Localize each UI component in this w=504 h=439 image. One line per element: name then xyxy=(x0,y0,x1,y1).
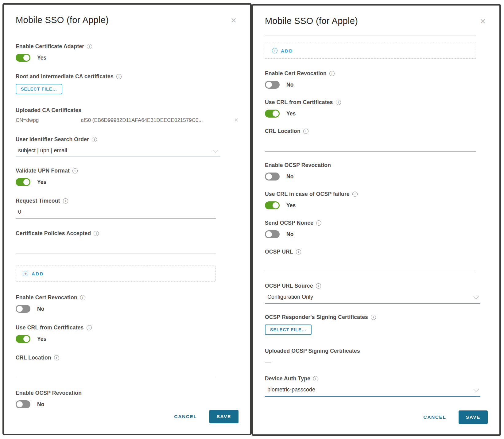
field-enable-ocsp-revocation: Enable OCSP Revocation No xyxy=(16,390,238,408)
certificate-policies-input[interactable] xyxy=(16,241,216,254)
dialog-header: Mobile SSO (for Apple) ✕ xyxy=(16,15,238,25)
field-root-ca-certificates: Root and intermediate CA certificates SE… xyxy=(16,73,238,94)
field-label: Uploaded OCSP Signing Certificates xyxy=(265,348,360,354)
select-file-button[interactable]: SELECT FILE... xyxy=(265,324,312,335)
use-crl-ocsp-failure-toggle[interactable] xyxy=(265,201,280,209)
ocsp-url-input[interactable] xyxy=(265,259,476,272)
dialog-mobile-sso-left: Mobile SSO (for Apple) ✕ Enable Certific… xyxy=(2,3,252,435)
dialog-footer: CANCEL SAVE xyxy=(16,410,238,425)
close-icon[interactable]: ✕ xyxy=(229,16,238,25)
validate-upn-format-toggle[interactable] xyxy=(16,178,30,186)
field-device-auth-type: Device Auth Type biometric-passcode xyxy=(265,375,488,397)
field-label: CRL Location xyxy=(16,355,51,361)
info-icon xyxy=(63,198,68,204)
add-certificate-policy-button[interactable]: ADD xyxy=(265,43,476,59)
info-icon xyxy=(54,355,59,360)
remove-certificate-icon[interactable]: ✕ xyxy=(234,117,238,123)
field-ocsp-url: OCSP URL xyxy=(265,249,488,272)
cancel-button[interactable]: CANCEL xyxy=(421,414,448,420)
field-label: Enable Cert Revocation xyxy=(16,294,77,301)
certificate-policies-input[interactable] xyxy=(265,36,476,36)
plus-circle-icon xyxy=(23,271,28,276)
enable-cert-revocation-toggle[interactable] xyxy=(16,305,30,313)
field-enable-cert-revocation: Enable Cert Revocation No xyxy=(16,294,238,313)
enable-certificate-adapter-toggle[interactable] xyxy=(16,54,30,62)
chevron-down-icon xyxy=(474,294,479,299)
toggle-state-label: No xyxy=(37,306,44,312)
field-use-crl-ocsp-failure: Use CRL in case of OCSP failure Yes xyxy=(265,191,488,209)
field-enable-cert-revocation: Enable Cert Revocation No xyxy=(265,70,488,89)
field-ocsp-url-source: OCSP URL Source Configuration Only xyxy=(265,283,488,304)
field-label: Use CRL from Certificates xyxy=(16,324,84,331)
toggle-state-label: Yes xyxy=(37,336,46,342)
field-label: OCSP URL Source xyxy=(265,283,313,289)
save-button[interactable]: SAVE xyxy=(459,410,488,424)
select-value: Configuration Only xyxy=(267,294,313,300)
field-label: OCSP URL xyxy=(265,249,293,255)
info-icon xyxy=(296,249,301,254)
info-icon xyxy=(371,315,376,320)
send-ocsp-nonce-toggle[interactable] xyxy=(265,230,280,238)
field-label: Device Auth Type xyxy=(265,375,310,382)
toggle-state-label: Yes xyxy=(286,111,296,117)
select-value: subject | upn | email xyxy=(18,147,67,154)
field-label: CRL Location xyxy=(265,128,300,134)
use-crl-from-certificates-toggle[interactable] xyxy=(16,335,30,343)
field-label: Enable OCSP Revocation xyxy=(16,390,82,396)
enable-ocsp-revocation-toggle[interactable] xyxy=(265,173,280,181)
info-icon xyxy=(87,325,92,330)
chevron-down-icon xyxy=(213,147,219,153)
field-request-timeout: Request Timeout xyxy=(16,198,238,219)
field-use-crl-from-certificates: Use CRL from Certificates Yes xyxy=(16,324,238,343)
user-identifier-search-order-select[interactable]: subject | upn | email xyxy=(16,147,220,157)
field-validate-upn-format: Validate UPN Format Yes xyxy=(16,168,238,186)
field-label: Certificate Policies Accepted xyxy=(16,230,91,237)
plus-circle-icon xyxy=(272,48,277,53)
enable-cert-revocation-toggle[interactable] xyxy=(265,81,280,89)
add-certificate-policy-button[interactable]: ADD xyxy=(16,266,216,282)
field-enable-certificate-adapter: Enable Certificate Adapter Yes xyxy=(16,43,238,62)
dialog-footer: CANCEL SAVE xyxy=(265,410,488,426)
field-user-identifier-search-order: User Identifier Search Order subject | u… xyxy=(16,136,238,157)
info-icon xyxy=(80,295,85,300)
select-file-button[interactable]: SELECT FILE... xyxy=(16,84,62,94)
info-icon xyxy=(352,192,358,197)
toggle-state-label: No xyxy=(286,173,293,180)
field-label: Root and intermediate CA certificates xyxy=(16,73,114,80)
select-value: biometric-passcode xyxy=(267,387,315,393)
device-auth-type-select[interactable]: biometric-passcode xyxy=(265,386,480,397)
dialog-mobile-sso-right: Mobile SSO (for Apple) ✕ ADD Enable Cert… xyxy=(252,4,501,436)
use-crl-from-certificates-toggle[interactable] xyxy=(265,110,280,118)
chevron-down-icon xyxy=(474,387,479,392)
field-label: User Identifier Search Order xyxy=(16,136,89,143)
request-timeout-input[interactable] xyxy=(16,208,216,219)
info-icon xyxy=(316,220,321,226)
add-label: ADD xyxy=(281,48,293,53)
field-label: OCSP Responder's Signing Certificates xyxy=(265,314,368,321)
info-icon xyxy=(116,74,122,79)
field-uploaded-ocsp-certs: Uploaded OCSP Signing Certificates — xyxy=(265,348,488,365)
toggle-state-label: Yes xyxy=(286,202,296,209)
field-label: Use CRL from Certificates xyxy=(265,99,333,106)
crl-location-input[interactable] xyxy=(16,365,216,378)
ocsp-url-source-select[interactable]: Configuration Only xyxy=(265,293,480,304)
dialog-header: Mobile SSO (for Apple) ✕ xyxy=(265,16,488,26)
close-icon[interactable]: ✕ xyxy=(478,17,488,26)
field-use-crl-from-certificates: Use CRL from Certificates Yes xyxy=(265,99,488,118)
info-icon xyxy=(329,71,335,76)
field-label: Enable Cert Revocation xyxy=(265,70,327,77)
dialog-title: Mobile SSO (for Apple) xyxy=(265,16,358,26)
field-enable-ocsp-revocation: Enable OCSP Revocation No xyxy=(265,162,488,181)
field-label: Use CRL in case of OCSP failure xyxy=(265,191,350,197)
field-send-ocsp-nonce: Send OCSP Nonce No xyxy=(265,220,488,238)
toggle-state-label: Yes xyxy=(37,55,46,61)
dialog-title: Mobile SSO (for Apple) xyxy=(16,15,109,25)
cancel-button[interactable]: CANCEL xyxy=(172,414,199,420)
info-icon xyxy=(336,100,341,105)
crl-location-input[interactable] xyxy=(265,138,476,152)
enable-ocsp-revocation-toggle[interactable] xyxy=(16,400,30,408)
field-label: Validate UPN Format xyxy=(16,168,70,174)
save-button[interactable]: SAVE xyxy=(209,410,238,423)
info-icon xyxy=(313,376,318,381)
field-label: Enable Certificate Adapter xyxy=(16,43,84,50)
